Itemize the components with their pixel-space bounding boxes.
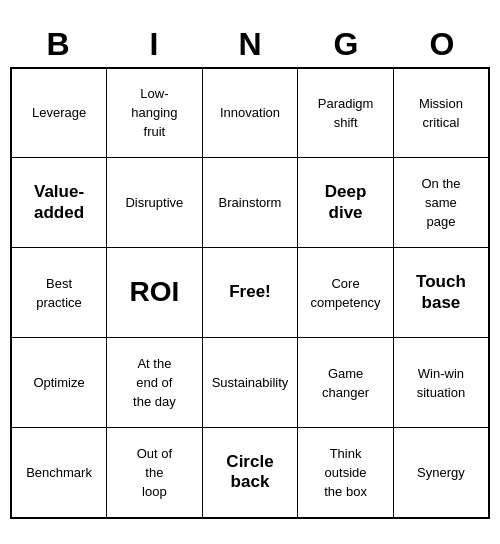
bingo-row: BenchmarkOut oftheloopCirclebackThinkout…	[11, 428, 489, 518]
cell-text: Sustainability	[212, 375, 289, 390]
cell-text: Corecompetency	[311, 276, 381, 310]
cell-text: Deepdive	[325, 182, 367, 221]
cell-text: ROI	[130, 276, 180, 307]
bingo-cell: Leverage	[11, 68, 107, 158]
cell-text: Thinkoutsidethe box	[324, 446, 367, 499]
bingo-row: LeverageLow-hangingfruitInnovationParadi…	[11, 68, 489, 158]
bingo-cell: Bestpractice	[11, 248, 107, 338]
header-letter: G	[298, 26, 394, 63]
bingo-card: BINGO LeverageLow-hangingfruitInnovation…	[10, 26, 490, 519]
bingo-cell: Innovation	[202, 68, 298, 158]
cell-text: Touchbase	[416, 272, 466, 311]
cell-text: Gamechanger	[322, 366, 369, 400]
cell-text: Bestpractice	[36, 276, 82, 310]
header-letter: O	[394, 26, 490, 63]
bingo-cell: ROI	[107, 248, 203, 338]
cell-text: Synergy	[417, 465, 465, 480]
bingo-cell: Disruptive	[107, 158, 203, 248]
bingo-cell: Paradigmshift	[298, 68, 394, 158]
bingo-cell: Low-hangingfruit	[107, 68, 203, 158]
bingo-cell: Gamechanger	[298, 338, 394, 428]
bingo-cell: Win-winsituation	[393, 338, 489, 428]
cell-text: Win-winsituation	[417, 366, 465, 400]
bingo-cell: At theend ofthe day	[107, 338, 203, 428]
cell-text: Circleback	[226, 452, 273, 491]
cell-text: Paradigmshift	[318, 96, 374, 130]
bingo-cell: Brainstorm	[202, 158, 298, 248]
cell-text: Optimize	[33, 375, 84, 390]
cell-text: Leverage	[32, 105, 86, 120]
bingo-cell: Missioncritical	[393, 68, 489, 158]
cell-text: Missioncritical	[419, 96, 463, 130]
bingo-cell: On thesamepage	[393, 158, 489, 248]
bingo-row: OptimizeAt theend ofthe daySustainabilit…	[11, 338, 489, 428]
cell-text: On thesamepage	[421, 176, 460, 229]
header-letter: B	[10, 26, 106, 63]
bingo-cell: Deepdive	[298, 158, 394, 248]
bingo-cell: Free!	[202, 248, 298, 338]
cell-text: Brainstorm	[219, 195, 282, 210]
bingo-cell: Touchbase	[393, 248, 489, 338]
header-letter: N	[202, 26, 298, 63]
bingo-cell: Circleback	[202, 428, 298, 518]
bingo-cell: Thinkoutsidethe box	[298, 428, 394, 518]
bingo-row: Value-addedDisruptiveBrainstormDeepdiveO…	[11, 158, 489, 248]
bingo-cell: Benchmark	[11, 428, 107, 518]
bingo-cell: Sustainability	[202, 338, 298, 428]
bingo-cell: Corecompetency	[298, 248, 394, 338]
cell-text: Innovation	[220, 105, 280, 120]
cell-text: Disruptive	[125, 195, 183, 210]
bingo-cell: Synergy	[393, 428, 489, 518]
cell-text: Free!	[229, 282, 271, 301]
cell-text: Low-hangingfruit	[131, 86, 177, 139]
bingo-cell: Value-added	[11, 158, 107, 248]
cell-text: Out oftheloop	[137, 446, 172, 499]
bingo-row: BestpracticeROIFree!CorecompetencyTouchb…	[11, 248, 489, 338]
bingo-cell: Out oftheloop	[107, 428, 203, 518]
cell-text: Value-added	[34, 182, 84, 221]
cell-text: Benchmark	[26, 465, 92, 480]
cell-text: At theend ofthe day	[133, 356, 176, 409]
bingo-cell: Optimize	[11, 338, 107, 428]
bingo-grid: LeverageLow-hangingfruitInnovationParadi…	[10, 67, 490, 519]
header-letter: I	[106, 26, 202, 63]
bingo-header: BINGO	[10, 26, 490, 63]
